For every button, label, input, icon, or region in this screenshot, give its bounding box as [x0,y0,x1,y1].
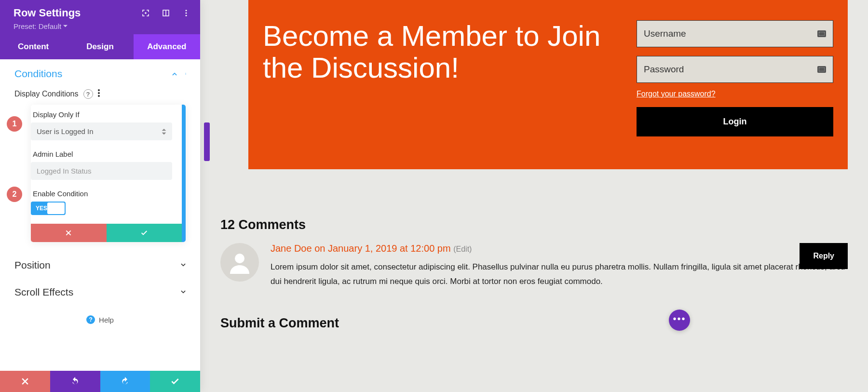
check-icon [140,229,148,237]
svg-point-7 [98,89,100,91]
password-input[interactable]: Password [637,56,833,83]
tab-advanced[interactable]: Advanced [134,34,200,59]
comment-author[interactable]: Jane Doe [271,243,312,254]
tab-content[interactable]: Content [0,34,67,59]
redo-icon [120,377,130,386]
display-only-if-label: Display Only If [33,110,172,119]
svg-point-10 [235,254,244,263]
submit-comment-title: Submit a Comment [220,316,848,331]
svg-point-3 [186,15,187,16]
login-button[interactable]: Login [637,107,833,136]
condition-confirm-button[interactable] [107,224,182,242]
sidebar-header: Row Settings Preset: Default [0,0,200,34]
keyboard-icon [817,30,826,37]
more-icon[interactable] [182,9,190,17]
chevron-up-icon [171,70,178,77]
sidebar-footer [0,371,200,392]
chevron-down-icon [180,262,187,269]
preset-dropdown[interactable]: Preset: Default [14,22,190,30]
user-icon [228,251,251,274]
svg-point-5 [186,74,186,74]
svg-point-6 [186,74,186,75]
section-scroll-effects[interactable]: Scroll Effects [0,278,200,305]
tab-design[interactable]: Design [67,34,133,59]
selection-indicator [204,122,210,161]
svg-rect-0 [145,13,147,14]
fab-more-button[interactable]: ••• [669,310,690,331]
reply-button[interactable]: Reply [800,243,848,269]
chevron-down-icon [63,24,68,28]
select-arrows-icon [162,128,166,135]
sidebar-tabs: Content Design Advanced [0,34,200,59]
display-only-if-select[interactable]: User is Logged In [31,122,172,140]
footer-save-button[interactable] [150,371,200,392]
admin-label-input[interactable]: Logged In Status [31,162,172,180]
annotation-badge-2: 2 [7,187,22,202]
sidebar-title: Row Settings [14,7,81,19]
svg-point-1 [186,10,187,11]
enable-condition-toggle[interactable]: YES [31,202,66,215]
svg-point-9 [98,95,100,97]
more-icon[interactable] [98,89,100,99]
display-conditions-label: Display Conditions [14,90,79,98]
svg-point-8 [98,92,100,94]
condition-cancel-button[interactable] [31,224,107,242]
preview-pane: Become a Member to Join the Discussion! … [200,0,868,392]
comment-date: January 1, 2019 at 12:00 pm [328,243,451,254]
more-icon[interactable] [185,70,187,77]
comments-section: 12 Comments Jane Doe on January 1, 2019 … [220,217,848,289]
help-link[interactable]: ? Help [0,305,200,335]
keyboard-icon [817,66,826,73]
footer-cancel-button[interactable] [0,371,50,392]
undo-icon [70,377,80,386]
svg-point-2 [186,13,187,14]
layout-icon[interactable] [162,9,170,17]
username-input[interactable]: Username [637,20,833,47]
svg-point-4 [186,73,186,73]
avatar [220,243,259,282]
section-position[interactable]: Position [0,251,200,278]
condition-card: Display Only If User is Logged In Admin … [31,105,186,242]
footer-redo-button[interactable] [100,371,150,392]
edit-link[interactable]: (Edit) [453,245,472,253]
hero-section: Become a Member to Join the Discussion! … [248,0,848,169]
comment-text: Lorem ipsum dolor sit amet, consectetur … [271,260,848,289]
footer-undo-button[interactable] [50,371,100,392]
chevron-down-icon [180,289,187,296]
help-icon[interactable]: ? [83,89,93,99]
section-conditions[interactable]: Conditions [0,59,200,86]
focus-icon[interactable] [141,9,150,17]
annotation-badge-1: 1 [7,116,22,132]
check-icon [170,377,180,386]
forgot-password-link[interactable]: Forgot your password? [637,90,833,98]
comment-item: Jane Doe on January 1, 2019 at 12:00 pm … [220,243,848,289]
comment-meta: Jane Doe on January 1, 2019 at 12:00 pm … [271,243,848,254]
display-conditions-row: Display Conditions ? [0,86,200,105]
settings-sidebar: Row Settings Preset: Default Content Des… [0,0,200,392]
close-icon [65,229,72,237]
help-icon: ? [86,315,95,324]
enable-condition-label: Enable Condition [33,189,172,198]
close-icon [20,377,30,386]
sidebar-body: Conditions Display Conditions ? 1 2 Disp… [0,59,200,353]
admin-label-label: Admin Label [33,150,172,158]
comments-title: 12 Comments [220,217,848,232]
hero-title: Become a Member to Join the Discussion! [263,20,617,84]
